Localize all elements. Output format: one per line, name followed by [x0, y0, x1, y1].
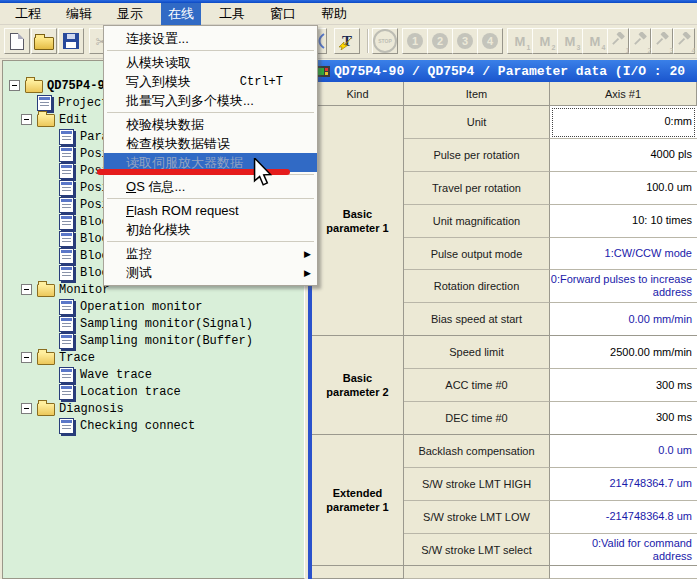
value-partial [550, 566, 697, 579]
folder-icon [37, 114, 55, 127]
axis3-icon: 3 [457, 33, 473, 49]
folder-icon [37, 403, 55, 416]
new-button[interactable] [4, 28, 30, 54]
document-icon [37, 95, 52, 111]
kind-partial [312, 566, 404, 579]
open-folder-icon [34, 37, 54, 50]
value-cell[interactable]: 0.00 mm/min [550, 303, 697, 336]
parameter-window-titlebar[interactable]: QD75P4-90 / QD75P4 / Parameter data (I/O… [312, 60, 697, 82]
write-to-module-icon: T [342, 33, 352, 50]
monitor3-icon: M3 [565, 34, 576, 49]
menu-online[interactable]: 在线 [161, 3, 201, 25]
value-cell[interactable]: 1:CW/CCW mode [550, 238, 697, 271]
value-cell[interactable]: 300 ms [550, 369, 697, 402]
document-icon [59, 248, 74, 264]
tree-item-sampling-signal[interactable]: Sampling monitor(Signal) [3, 315, 304, 332]
tree-item-location-trace[interactable]: Location trace [3, 383, 304, 400]
collapse-icon[interactable] [21, 284, 32, 295]
monitor1-button: M1 [507, 28, 533, 54]
value-cell[interactable]: 0:mm [550, 106, 697, 139]
parameter-table: Kind Item Axis #1 Basic parameter 1 Basi… [312, 82, 697, 579]
write-to-module-button[interactable]: T [334, 28, 360, 54]
tree-item-checking-connect[interactable]: Checking connect [3, 417, 304, 434]
document-icon [59, 214, 74, 230]
collapse-icon[interactable] [21, 403, 32, 414]
value-cell[interactable]: 100.0 um [550, 172, 697, 205]
monitor4-icon: M4 [590, 34, 601, 49]
parameter-window: QD75P4-90 / QD75P4 / Parameter data (I/O… [308, 60, 697, 579]
kind-basic-parameter-1: Basic parameter 1 [312, 106, 404, 336]
monitor2-button: M2 [532, 28, 558, 54]
test4-button: 4 [673, 28, 695, 54]
value-cell[interactable]: 0.0 um [550, 435, 697, 468]
item-label: Travel per rotation [404, 172, 550, 205]
shortcut-label: Ctrl+T [240, 75, 311, 89]
menu-tools[interactable]: 工具 [212, 3, 252, 25]
menu-item-verify-module-data[interactable]: 校验模块数据 [104, 115, 317, 134]
menu-edit[interactable]: 编辑 [59, 3, 99, 25]
value-cell[interactable]: 214748364.7 um [550, 468, 697, 501]
submenu-arrow-icon: ▶ [304, 249, 311, 259]
tree-item-wave-trace[interactable]: Wave trace [3, 366, 304, 383]
collapse-icon[interactable] [21, 352, 32, 363]
document-icon [59, 384, 74, 400]
value-cell[interactable]: 300 ms [550, 402, 697, 435]
kind-basic-parameter-2: Basic parameter 2 [312, 336, 404, 435]
collapse-icon[interactable] [21, 114, 32, 125]
value-cell[interactable]: 4000 pls [550, 139, 697, 172]
menu-item-test[interactable]: 测试▶ [104, 263, 317, 282]
folder-icon [37, 284, 55, 297]
open-button[interactable] [31, 28, 57, 54]
value-cell[interactable]: -214748364.8 um [550, 501, 697, 534]
menu-item-check-module-error[interactable]: 检查模块数据错误 [104, 134, 317, 153]
save-icon [63, 33, 79, 49]
item-label: Rotation direction [404, 270, 550, 303]
menu-item-flash-rom-request[interactable]: Flash ROM request [104, 201, 317, 220]
kind-extended-parameter-1: Extended parameter 1 [312, 435, 404, 567]
document-icon [59, 316, 74, 332]
monitor4-button: M4 [582, 28, 608, 54]
document-icon [59, 367, 74, 383]
tree-item-trace[interactable]: Trace [3, 349, 304, 366]
value-cell[interactable]: 0:Forward pulses to increase address [550, 270, 697, 303]
menu-item-initialize-module[interactable]: 初始化模块 [104, 220, 317, 239]
document-icon [59, 146, 74, 162]
item-label: Unit magnification [404, 205, 550, 238]
column-header-axis1[interactable]: Axis #1 [550, 82, 697, 106]
menu-separator [107, 50, 314, 51]
menu-item-batch-write[interactable]: 批量写入到多个模块... [104, 91, 317, 110]
item-label: Unit [404, 106, 550, 139]
item-label: Backlash compensation [404, 435, 550, 468]
menu-project[interactable]: 工程 [8, 3, 48, 25]
menu-item-write-to-module[interactable]: 写入到模块Ctrl+T [104, 72, 317, 91]
column-header-item[interactable]: Item [404, 82, 550, 106]
menu-item-os-info[interactable]: OS 信息... [104, 177, 317, 196]
tree-item-operation-monitor[interactable]: Operation monitor [3, 298, 304, 315]
document-icon [59, 129, 74, 145]
document-icon [59, 197, 74, 213]
menu-separator [107, 198, 314, 199]
document-icon [59, 180, 74, 196]
document-icon [59, 418, 74, 434]
value-cell[interactable]: 10: 10 times [550, 205, 697, 238]
parameter-window-title: QD75P4-90 / QD75P4 / Parameter data (I/O… [334, 64, 685, 79]
item-partial [404, 566, 550, 579]
tree-item-diagnosis[interactable]: Diagnosis [3, 400, 304, 417]
menu-item-monitor[interactable]: 监控▶ [104, 244, 317, 263]
column-header-kind[interactable]: Kind [312, 82, 404, 106]
menu-item-connection-setup[interactable]: 连接设置... [104, 29, 317, 48]
menu-item-read-from-module[interactable]: 从模块读取 [104, 53, 317, 72]
save-button[interactable] [58, 28, 84, 54]
value-cell[interactable]: 2500.00 mm/min [550, 336, 697, 369]
menu-view[interactable]: 显示 [110, 3, 150, 25]
hammer2-icon: 2 [633, 32, 648, 51]
value-cell[interactable]: 0:Valid for command address [550, 534, 697, 567]
item-label: Speed limit [404, 336, 550, 369]
menu-window[interactable]: 窗口 [263, 3, 303, 25]
test1-button: 1 [607, 28, 629, 54]
collapse-icon[interactable] [9, 80, 20, 91]
monitor2-icon: M2 [540, 34, 551, 49]
menu-help[interactable]: 帮助 [314, 3, 354, 25]
tree-item-sampling-buffer[interactable]: Sampling monitor(Buffer) [3, 332, 304, 349]
document-icon [59, 299, 74, 315]
